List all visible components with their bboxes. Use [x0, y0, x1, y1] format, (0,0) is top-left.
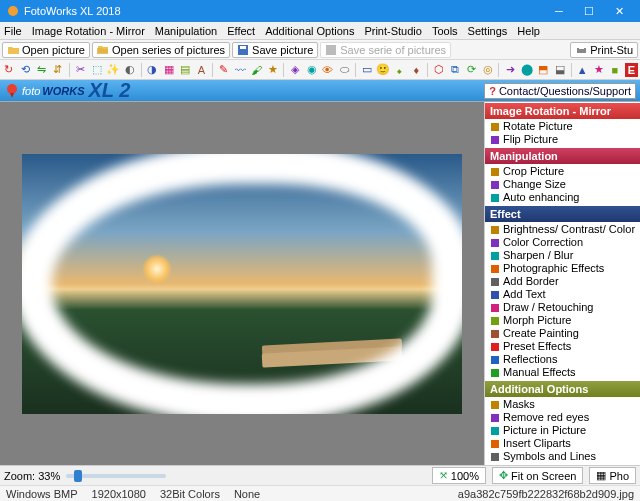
- tool-icon-22[interactable]: ⬥: [393, 63, 406, 77]
- effect-item-0[interactable]: Brightness/ Contrast/ Color: [485, 223, 640, 236]
- separator: [571, 63, 572, 77]
- tool-icon-13[interactable]: 〰: [233, 63, 246, 77]
- folder-icon: [7, 44, 19, 56]
- item-icon: [489, 367, 500, 378]
- svg-rect-12: [491, 226, 499, 234]
- tool-icon-12[interactable]: ✎: [217, 63, 230, 77]
- effect-item-11[interactable]: Manual Effects: [485, 366, 640, 379]
- menu-file[interactable]: File: [4, 25, 22, 37]
- manipulation-item-1[interactable]: Change Size: [485, 178, 640, 191]
- tool-icon-14[interactable]: 🖌: [250, 63, 263, 77]
- tool-icon-31[interactable]: ⬓: [553, 63, 566, 77]
- save-picture-button[interactable]: Save picture: [232, 42, 318, 58]
- rotation-item-0[interactable]: Rotate Picture: [485, 120, 640, 133]
- tool-icon-33[interactable]: ★: [592, 63, 605, 77]
- svg-rect-18: [491, 304, 499, 312]
- tool-icon-10[interactable]: ▤: [178, 63, 191, 77]
- tool-icon-11[interactable]: A: [195, 63, 208, 77]
- effect-item-2[interactable]: Sharpen / Blur: [485, 249, 640, 262]
- effect-item-10[interactable]: Reflections: [485, 353, 640, 366]
- menu-rotation[interactable]: Image Rotation - Mirror: [32, 25, 145, 37]
- tool-icon-5[interactable]: ⬚: [90, 63, 103, 77]
- item-icon: [489, 134, 500, 145]
- additional-item-4[interactable]: Symbols and Lines: [485, 450, 640, 463]
- item-icon: [489, 354, 500, 365]
- rotation-item-1[interactable]: Flip Picture: [485, 133, 640, 146]
- status-depth: 32Bit Colors: [160, 488, 220, 500]
- tool-icon-29[interactable]: ⬤: [520, 63, 534, 77]
- effect-item-8[interactable]: Create Painting: [485, 327, 640, 340]
- zoom-100-button[interactable]: ⤧100%: [432, 467, 486, 484]
- open-series-button[interactable]: Open series of pictures: [92, 42, 230, 58]
- print-studio-button[interactable]: Print-Stu: [570, 42, 638, 58]
- tool-icon-20[interactable]: ▭: [360, 63, 373, 77]
- app-title: FotoWorks XL 2018: [24, 5, 121, 17]
- menu-settings[interactable]: Settings: [468, 25, 508, 37]
- tool-icon-34[interactable]: ■: [608, 63, 621, 77]
- tool-icon-9[interactable]: ▦: [162, 63, 175, 77]
- menu-manipulation[interactable]: Manipulation: [155, 25, 217, 37]
- menu-print[interactable]: Print-Studio: [364, 25, 421, 37]
- tool-icon-15[interactable]: ★: [266, 63, 279, 77]
- tool-icon-1[interactable]: ⟲: [18, 63, 31, 77]
- tool-icon-30[interactable]: ⬒: [537, 63, 550, 77]
- tool-icon-7[interactable]: ◐: [123, 63, 136, 77]
- effect-item-5[interactable]: Add Text: [485, 288, 640, 301]
- tool-icon-32[interactable]: ▲: [576, 63, 589, 77]
- svg-rect-26: [491, 427, 499, 435]
- effect-item-7[interactable]: Morph Picture: [485, 314, 640, 327]
- additional-item-1[interactable]: Remove red eyes: [485, 411, 640, 424]
- svg-rect-9: [491, 168, 499, 176]
- manipulation-item-0[interactable]: Crop Picture: [485, 165, 640, 178]
- close-button[interactable]: ✕: [604, 0, 634, 22]
- maximize-button[interactable]: ☐: [574, 0, 604, 22]
- effect-item-9[interactable]: Preset Effects: [485, 340, 640, 353]
- zoom-slider-thumb[interactable]: [74, 470, 82, 482]
- tool-icon-6[interactable]: ✨: [106, 63, 120, 77]
- tool-icon-16[interactable]: ◈: [288, 63, 301, 77]
- tool-icon-3[interactable]: ⇵: [51, 63, 64, 77]
- fit-screen-button[interactable]: ✥Fit on Screen: [492, 467, 583, 484]
- tool-icon-26[interactable]: ⟳: [465, 63, 478, 77]
- tool-icon-27[interactable]: ◎: [481, 63, 494, 77]
- manipulation-item-2[interactable]: Auto enhancing: [485, 191, 640, 204]
- menu-tools[interactable]: Tools: [432, 25, 458, 37]
- tool-icon-35[interactable]: E: [625, 63, 638, 77]
- support-button[interactable]: ? Contact/Questions/Support: [484, 83, 636, 99]
- tool-icon-19[interactable]: ⬭: [338, 63, 351, 77]
- effect-item-4[interactable]: Add Border: [485, 275, 640, 288]
- menu-effect[interactable]: Effect: [227, 25, 255, 37]
- menu-help[interactable]: Help: [517, 25, 540, 37]
- photo-button[interactable]: ▦Pho: [589, 467, 636, 484]
- tool-icon-24[interactable]: ⬡: [432, 63, 445, 77]
- canvas-area[interactable]: [0, 102, 485, 465]
- tool-icon-17[interactable]: ◉: [305, 63, 318, 77]
- separator: [141, 63, 142, 77]
- tool-icon-28[interactable]: ➜: [503, 63, 516, 77]
- tool-icon-4[interactable]: ✂: [73, 63, 86, 77]
- open-picture-button[interactable]: Open picture: [2, 42, 90, 58]
- additional-item-2[interactable]: Picture in Picture: [485, 424, 640, 437]
- effect-item-1[interactable]: Color Correction: [485, 236, 640, 249]
- tool-icon-8[interactable]: ◑: [146, 63, 159, 77]
- minimize-button[interactable]: ─: [544, 0, 574, 22]
- item-icon: [489, 237, 500, 248]
- tool-icon-2[interactable]: ⇋: [35, 63, 48, 77]
- effect-item-6[interactable]: Draw / Retouching: [485, 301, 640, 314]
- additional-item-0[interactable]: Masks: [485, 398, 640, 411]
- svg-rect-24: [491, 401, 499, 409]
- balloon-icon: [4, 83, 20, 99]
- tool-icon-0[interactable]: ↻: [2, 63, 15, 77]
- tool-icon-21[interactable]: 🙂: [376, 63, 390, 77]
- zoom-slider[interactable]: [66, 474, 166, 478]
- side-panel: Image Rotation - Mirror Rotate PictureFl…: [485, 102, 640, 465]
- additional-item-5[interactable]: Create collage: [485, 463, 640, 465]
- tool-icon-18[interactable]: 👁: [321, 63, 334, 77]
- item-label: Create collage: [503, 463, 574, 465]
- menu-additional[interactable]: Additional Options: [265, 25, 354, 37]
- effect-item-3[interactable]: Photographic Effects: [485, 262, 640, 275]
- tool-icon-25[interactable]: ⧉: [448, 63, 461, 77]
- additional-item-3[interactable]: Insert Cliparts: [485, 437, 640, 450]
- item-icon: [489, 289, 500, 300]
- tool-icon-23[interactable]: ♦: [410, 63, 423, 77]
